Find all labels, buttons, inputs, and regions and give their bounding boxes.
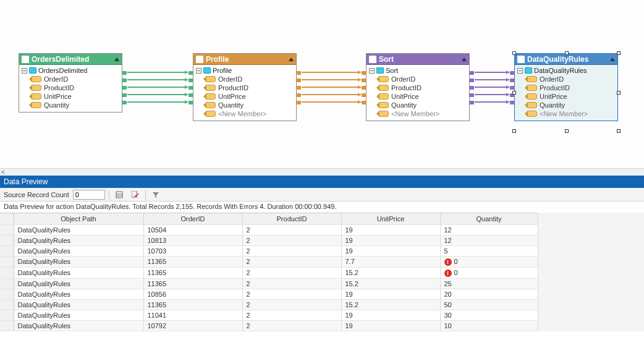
cell-unitprice[interactable]: 15.2: [341, 278, 440, 289]
cell-productid[interactable]: 2: [242, 235, 341, 245]
cell-unitprice[interactable]: 19: [341, 224, 440, 235]
cell-quantity[interactable]: !0: [440, 267, 538, 278]
selection-handle[interactable]: [512, 129, 516, 133]
table-row[interactable]: DataQualityRules1085621920: [0, 289, 538, 299]
cell-productid[interactable]: 2: [242, 320, 341, 331]
collapse-icon[interactable]: [462, 57, 467, 61]
selection-handle[interactable]: [512, 91, 516, 95]
field-row[interactable]: ProductID: [516, 83, 616, 92]
row-header[interactable]: [0, 320, 14, 331]
cell-path[interactable]: DataQualityRules: [14, 320, 143, 331]
selection-handle[interactable]: [565, 51, 569, 55]
node-header[interactable]: OrdersDelimited: [19, 54, 122, 65]
table-row[interactable]: DataQualityRules11365215.2!0: [0, 267, 538, 278]
cell-productid[interactable]: 2: [242, 299, 341, 310]
table-row[interactable]: DataQualityRules1081321912: [0, 235, 538, 245]
cell-path[interactable]: DataQualityRules: [14, 289, 143, 299]
cell-quantity[interactable]: 12: [440, 224, 538, 235]
table-row[interactable]: DataQualityRules1050421912: [0, 224, 538, 235]
field-row[interactable]: Quantity: [516, 101, 616, 109]
field-row[interactable]: ProductID: [195, 83, 295, 92]
row-header[interactable]: [0, 224, 14, 235]
table-row[interactable]: DataQualityRules1104121930: [0, 310, 538, 320]
cell-path[interactable]: DataQualityRules: [14, 256, 143, 267]
expand-toggle[interactable]: [517, 68, 523, 74]
col-productid[interactable]: ProductID: [242, 213, 341, 224]
col-orderid[interactable]: OrderID: [143, 213, 242, 224]
cell-path[interactable]: DataQualityRules: [14, 245, 143, 256]
field-row[interactable]: OrderID: [195, 75, 295, 83]
field-row[interactable]: UnitPrice: [195, 92, 295, 101]
node-header[interactable]: Profile: [193, 54, 296, 65]
cell-unitprice[interactable]: 19: [341, 235, 440, 245]
row-header[interactable]: [0, 256, 14, 267]
field-row[interactable]: Quantity: [368, 101, 468, 109]
cell-orderid[interactable]: 11365: [143, 267, 242, 278]
col-quantity[interactable]: Quantity: [440, 213, 538, 224]
node-sort[interactable]: SortSortOrderIDProductIDUnitPriceQuantit…: [366, 53, 470, 121]
node-profile[interactable]: ProfileProfileOrderIDProductIDUnitPriceQ…: [193, 53, 297, 121]
cell-path[interactable]: DataQualityRules: [14, 310, 143, 320]
cell-path[interactable]: DataQualityRules: [14, 299, 143, 310]
col-unitprice[interactable]: UnitPrice: [341, 213, 440, 224]
row-header[interactable]: [0, 310, 14, 320]
cell-productid[interactable]: 2: [242, 267, 341, 278]
canvas-scrollbar[interactable]: <: [0, 168, 644, 176]
selection-handle[interactable]: [512, 51, 516, 55]
field-row[interactable]: UnitPrice: [368, 92, 468, 101]
cell-orderid[interactable]: 10813: [143, 235, 242, 245]
cell-path[interactable]: DataQualityRules: [14, 235, 143, 245]
cell-orderid[interactable]: 11365: [143, 278, 242, 289]
validate-button[interactable]: [129, 190, 142, 200]
field-row[interactable]: OrderID: [368, 75, 468, 83]
row-header[interactable]: [0, 235, 14, 245]
data-preview-grid[interactable]: Object Path OrderID ProductID UnitPrice …: [0, 213, 538, 331]
cell-productid[interactable]: 2: [242, 256, 341, 267]
cell-productid[interactable]: 2: [242, 310, 341, 320]
row-header[interactable]: [0, 267, 14, 278]
cell-orderid[interactable]: 10792: [143, 320, 242, 331]
node-dqr[interactable]: DataQualityRulesDataQualityRulesOrderIDP…: [514, 53, 618, 121]
selection-handle[interactable]: [617, 91, 621, 95]
node-header[interactable]: DataQualityRules: [515, 54, 617, 65]
field-row[interactable]: ProductID: [20, 83, 121, 92]
cell-orderid[interactable]: 10703: [143, 245, 242, 256]
filter-button[interactable]: [150, 190, 162, 200]
row-header[interactable]: [0, 278, 14, 289]
cell-orderid[interactable]: 11365: [143, 256, 242, 267]
new-member-row[interactable]: <New Member>: [368, 109, 468, 118]
field-row[interactable]: UnitPrice: [516, 92, 616, 101]
cell-orderid[interactable]: 10856: [143, 289, 242, 299]
cell-unitprice[interactable]: 19: [341, 289, 440, 299]
selection-handle[interactable]: [565, 129, 569, 133]
node-header[interactable]: Sort: [366, 54, 469, 65]
cell-orderid[interactable]: 10504: [143, 224, 242, 235]
cell-productid[interactable]: 2: [242, 245, 341, 256]
cell-unitprice[interactable]: 19: [341, 310, 440, 320]
expand-toggle[interactable]: [196, 68, 201, 74]
cell-quantity[interactable]: 12: [440, 235, 538, 245]
cell-path[interactable]: DataQualityRules: [14, 224, 143, 235]
cell-unitprice[interactable]: 19: [341, 245, 440, 256]
row-header[interactable]: [0, 299, 14, 310]
selection-handle[interactable]: [617, 129, 621, 133]
field-row[interactable]: Quantity: [20, 101, 121, 109]
field-row[interactable]: OrderID: [20, 75, 121, 83]
cell-unitprice[interactable]: 15.2: [341, 299, 440, 310]
expand-toggle[interactable]: [22, 68, 27, 74]
cell-unitprice[interactable]: 19: [341, 320, 440, 331]
new-member-row[interactable]: <New Member>: [195, 109, 295, 118]
cell-quantity[interactable]: 5: [440, 245, 538, 256]
table-row[interactable]: DataQualityRules1079221910: [0, 320, 538, 331]
field-row[interactable]: UnitPrice: [20, 92, 121, 101]
cell-orderid[interactable]: 11365: [143, 299, 242, 310]
source-record-count-input[interactable]: [73, 190, 105, 200]
field-row[interactable]: OrderID: [516, 75, 616, 83]
collapse-icon[interactable]: [114, 57, 119, 61]
cell-productid[interactable]: 2: [242, 278, 341, 289]
table-row[interactable]: DataQualityRules107032195: [0, 245, 538, 256]
table-row[interactable]: DataQualityRules11365215.225: [0, 278, 538, 289]
node-orders[interactable]: OrdersDelimitedOrdersDelimitedOrderIDPro…: [19, 53, 122, 113]
row-header[interactable]: [0, 245, 14, 256]
field-row[interactable]: Quantity: [195, 101, 295, 109]
